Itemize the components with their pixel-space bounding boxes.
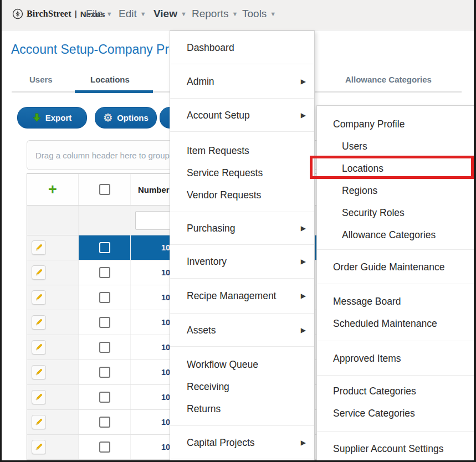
submenu-arrow-icon: ▶ (301, 245, 306, 279)
submenu-item-supplier-account-settings[interactable]: Supplier Account Settings (317, 432, 474, 462)
menu-item-assets[interactable]: Assets▶ (170, 314, 314, 347)
menu-group-workflow: Workflow Queue Receiving Returns (170, 347, 314, 426)
tab-locations[interactable]: Locations (90, 75, 130, 84)
menubar-item-view[interactable]: View▼ (153, 8, 187, 20)
edit-row-button[interactable] (32, 365, 46, 379)
row-checkbox[interactable] (99, 342, 110, 353)
menubar-item-file[interactable]: File▼ (86, 8, 112, 20)
menu-item-item-requests[interactable]: Item Requests (170, 140, 314, 162)
menu-item-account-setup[interactable]: Account Setup▶ (170, 99, 314, 132)
menu-item-recipe-management[interactable]: Recipe Management▶ (170, 279, 314, 314)
submenu-arrow-icon: ▶ (301, 314, 306, 347)
row-checkbox[interactable] (99, 242, 110, 253)
add-row-header-cell[interactable]: + (27, 174, 79, 205)
view-menu-dropdown: Dashboard Admin▶ Account Setup▶ Item Req… (170, 30, 315, 462)
edit-row-button[interactable] (32, 290, 46, 305)
select-all-cell (79, 174, 131, 205)
export-button[interactable]: Export (17, 107, 87, 129)
pencil-icon (34, 243, 43, 252)
submenu-item-users[interactable]: Users (317, 135, 474, 157)
brand-name: BirchStreet (27, 9, 71, 19)
menubar-item-tools[interactable]: Tools▼ (242, 8, 276, 20)
row-checkbox[interactable] (99, 292, 110, 303)
row-checkbox[interactable] (99, 267, 110, 278)
menu-item-capital-projects[interactable]: Capital Projects▶ (170, 426, 314, 459)
pencil-icon (34, 418, 43, 427)
submenu-item-regions[interactable]: Regions (317, 179, 474, 202)
menu-item-service-requests[interactable]: Service Requests (170, 162, 314, 184)
submenu-item-order-guide-maintenance[interactable]: Order Guide Maintenance (317, 250, 474, 284)
row-checkbox[interactable] (99, 317, 110, 328)
pencil-icon (34, 268, 43, 277)
submenu-item-service-categories[interactable]: Service Categories (317, 402, 474, 424)
row-checkbox[interactable] (99, 442, 110, 453)
edit-row-button[interactable] (32, 415, 46, 429)
gear-icon: ⚙ (103, 112, 112, 123)
edit-row-button[interactable] (32, 440, 46, 454)
row-checkbox[interactable] (99, 417, 110, 428)
edit-row-button[interactable] (32, 240, 46, 255)
pencil-icon (34, 443, 43, 451)
pencil-icon (34, 343, 43, 352)
tab-users[interactable]: Users (29, 75, 53, 84)
tab-allowance-categories[interactable]: Allowance Categories (345, 75, 432, 84)
edit-row-button[interactable] (32, 265, 46, 280)
pencil-icon (34, 393, 43, 402)
submenu-item-product-categories[interactable]: Product Categories (317, 380, 474, 402)
download-arrow-icon (33, 113, 41, 122)
app-window: BirchStreet | Nexus File▼ Edit▼ View▼ Re… (0, 0, 476, 462)
submenu-item-approved-items[interactable]: Approved Items (317, 341, 474, 376)
active-tab-indicator (75, 90, 153, 93)
submenu-item-allowance-categories[interactable]: Allowance Categories (317, 224, 474, 246)
chevron-down-icon: ▼ (106, 11, 112, 17)
menu-item-dashboard[interactable]: Dashboard (170, 31, 314, 64)
menu-item-workflow-queue[interactable]: Workflow Queue (170, 353, 314, 376)
birchstreet-logo-icon (12, 8, 24, 20)
submenu-arrow-icon: ▶ (301, 426, 306, 459)
edit-row-button[interactable] (32, 315, 46, 330)
menu-item-vendor-requests[interactable]: Vendor Requests (170, 184, 314, 206)
chevron-down-icon: ▼ (181, 11, 187, 17)
submenu-arrow-icon: ▶ (301, 99, 306, 132)
options-button[interactable]: ⚙ Options (95, 107, 157, 129)
brand-separator: | (74, 9, 78, 18)
menu-item-returns[interactable]: Returns (170, 398, 314, 420)
submenu-arrow-icon: ▶ (301, 212, 306, 245)
menu-item-purchasing[interactable]: Purchasing▶ (170, 212, 314, 245)
menubar: BirchStreet | Nexus File▼ Edit▼ View▼ Re… (2, 0, 474, 30)
select-all-checkbox[interactable] (99, 184, 110, 195)
menu-item-admin[interactable]: Admin▶ (170, 64, 314, 99)
edit-row-button[interactable] (32, 390, 46, 404)
submenu-item-security-roles[interactable]: Security Roles (317, 202, 474, 224)
edit-row-button[interactable] (32, 340, 46, 355)
chevron-down-icon: ▼ (232, 11, 238, 17)
account-setup-submenu: Company Profile Users Locations Regions … (316, 105, 474, 462)
pencil-icon (34, 368, 43, 377)
row-checkbox[interactable] (99, 392, 110, 403)
submenu-item-scheduled-maintenance[interactable]: Scheduled Maintenance (317, 312, 474, 335)
submenu-item-message-board[interactable]: Message Board (317, 290, 474, 312)
submenu-item-locations[interactable]: Locations (317, 157, 474, 179)
menu-item-receiving[interactable]: Receiving (170, 376, 314, 398)
pencil-icon (34, 318, 43, 327)
page-title: Account Setup-Company Profile (11, 42, 192, 57)
chevron-down-icon: ▼ (140, 11, 146, 17)
plus-icon: + (48, 182, 57, 197)
submenu-item-company-profile[interactable]: Company Profile (317, 113, 474, 135)
row-checkbox[interactable] (99, 367, 110, 378)
pencil-icon (34, 293, 43, 302)
chevron-down-icon: ▼ (270, 11, 276, 17)
menu-group-requests: Item Requests Service Requests Vendor Re… (170, 132, 314, 212)
submenu-arrow-icon: ▶ (301, 64, 306, 99)
menu-item-inventory[interactable]: Inventory▶ (170, 245, 314, 279)
menubar-item-edit[interactable]: Edit▼ (119, 8, 146, 20)
submenu-arrow-icon: ▶ (301, 279, 306, 314)
menubar-item-reports[interactable]: Reports▼ (192, 8, 238, 20)
